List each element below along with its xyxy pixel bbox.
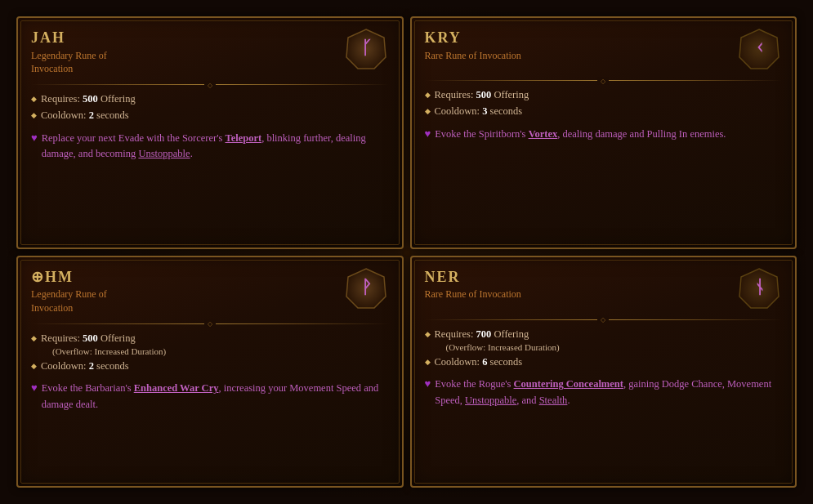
rune-card-jah: JAH Legendary Rune ofInvocation ᚴ ◆ Requ… — [16, 16, 404, 249]
stat-item: ◆ Requires: 500 Offering — [425, 87, 783, 103]
ability-keyword1: Enhanced War Cry — [134, 382, 219, 394]
stat-text: Requires: 500 Offering (Overflow: Increa… — [41, 331, 166, 358]
rune-icon: ᚲ — [736, 26, 782, 72]
ability-item: ♥ Evoke the Barbarian's Enhanced War Cry… — [31, 381, 389, 413]
stat-text: Cooldown: 3 seconds — [435, 104, 523, 119]
ability-keyword2: Unstoppable — [465, 395, 516, 406]
card-header: ⊕HM Legendary Rune ofInvocation ᚹ — [31, 269, 389, 315]
ability-text: Evoke the Spiritborn's Vortex, dealing d… — [435, 127, 726, 142]
ability-prefix: Evoke the Rogue's — [435, 378, 513, 390]
rune-name: KRY — [425, 29, 729, 47]
ability-heart-icon: ♥ — [31, 381, 38, 395]
ability-text: Evoke the Rogue's Countering Concealment… — [435, 377, 782, 408]
stat-item: ◆ Cooldown: 2 seconds — [31, 108, 389, 123]
stats-list: ◆ Requires: 500 Offering (Overflow: Incr… — [31, 331, 389, 375]
ability-keyword1: Vortex — [529, 128, 558, 140]
ability-heart-icon: ♥ — [31, 132, 38, 145]
diamond-icon: ◆ — [425, 357, 431, 368]
ability-item: ♥ Replace your next Evade with the Sorce… — [31, 131, 389, 163]
stat-item: ◆ Requires: 500 Offering (Overflow: Incr… — [31, 331, 389, 358]
rune-subtitle: Rare Rune of Invocation — [425, 49, 729, 63]
card-title-area: NER Rare Rune of Invocation — [425, 269, 729, 301]
diamond-icon: ◆ — [425, 90, 431, 101]
card-header: KRY Rare Rune of Invocation ᚲ — [425, 29, 783, 72]
stat-item: ◆ Requires: 700 Offering (Overflow: Incr… — [425, 327, 783, 354]
card-title-area: ⊕HM Legendary Rune ofInvocation — [31, 269, 335, 315]
ability-keyword1: Countering Concealment — [514, 378, 623, 390]
ability-keyword3: Stealth — [539, 395, 568, 406]
rune-name: ⊕HM — [31, 269, 335, 287]
svg-text:ᚴ: ᚴ — [360, 38, 371, 58]
stat-item: ◆ Cooldown: 6 seconds — [425, 355, 783, 370]
diamond-icon: ◆ — [31, 110, 37, 122]
ability-suffix2: . — [567, 395, 570, 406]
stat-text: Cooldown: 2 seconds — [41, 108, 129, 123]
ability-heart-icon: ♥ — [425, 377, 431, 390]
ability-keyword1: Teleport — [225, 132, 261, 144]
rune-icon: ᚴ — [343, 26, 389, 72]
rune-subtitle: Rare Rune of Invocation — [425, 288, 729, 301]
card-title-area: KRY Rare Rune of Invocation — [425, 29, 729, 62]
divider — [31, 323, 389, 324]
stat-text: Requires: 700 Offering (Overflow: Increa… — [435, 327, 560, 354]
stat-item: ◆ Cooldown: 2 seconds — [31, 359, 389, 374]
rune-name: NER — [425, 269, 729, 287]
divider — [425, 80, 783, 81]
ability-text: Evoke the Barbarian's Enhanced War Cry, … — [42, 381, 389, 413]
rune-card-ohm: ⊕HM Legendary Rune ofInvocation ᚹ ◆ Requ… — [16, 256, 404, 488]
diamond-icon: ◆ — [31, 361, 37, 372]
card-header: JAH Legendary Rune ofInvocation ᚴ — [31, 29, 389, 76]
card-title-area: JAH Legendary Rune ofInvocation — [31, 29, 335, 76]
rune-name: JAH — [31, 29, 335, 47]
rune-subtitle: Legendary Rune ofInvocation — [31, 288, 335, 315]
ability-text: Replace your next Evade with the Sorcere… — [42, 131, 389, 163]
rune-card-ner: NER Rare Rune of Invocation ᚾ ◆ Requires… — [410, 256, 797, 488]
rune-icon: ᚹ — [343, 265, 389, 311]
ability-heart-icon: ♥ — [425, 127, 431, 140]
card-header: NER Rare Rune of Invocation ᚾ — [425, 269, 783, 311]
rune-card-kry: KRY Rare Rune of Invocation ᚲ ◆ Requires… — [410, 16, 797, 249]
stat-text: Cooldown: 6 seconds — [435, 355, 523, 370]
stat-text: Cooldown: 2 seconds — [41, 359, 129, 374]
diamond-icon: ◆ — [31, 333, 37, 345]
ability-prefix: Evoke the Barbarian's — [42, 382, 134, 394]
stats-list: ◆ Requires: 700 Offering (Overflow: Incr… — [425, 327, 783, 371]
ability-prefix: Evoke the Spiritborn's — [435, 128, 528, 140]
divider — [31, 84, 389, 85]
svg-text:ᚾ: ᚾ — [754, 277, 765, 297]
svg-text:ᚲ: ᚲ — [754, 38, 765, 58]
divider — [425, 319, 783, 320]
ability-prefix: Replace your next Evade with the Sorcere… — [42, 132, 226, 144]
stat-item: ◆ Requires: 500 Offering — [31, 91, 389, 107]
stat-text: Requires: 500 Offering — [41, 91, 136, 107]
rune-icon: ᚾ — [736, 265, 782, 311]
ability-keyword2: Unstoppable — [138, 148, 190, 159]
ability-middle: , dealing damage and Pulling In enemies. — [557, 128, 726, 140]
diamond-icon: ◆ — [425, 106, 431, 118]
stat-text: Requires: 500 Offering — [435, 87, 529, 103]
diamond-icon: ◆ — [31, 94, 37, 105]
stats-list: ◆ Requires: 500 Offering ◆ Cooldown: 3 s… — [425, 87, 783, 120]
stats-list: ◆ Requires: 500 Offering ◆ Cooldown: 2 s… — [31, 91, 389, 124]
ability-suffix: . — [190, 148, 193, 159]
rune-subtitle: Legendary Rune ofInvocation — [31, 49, 335, 77]
ability-item: ♥ Evoke the Spiritborn's Vortex, dealing… — [425, 127, 783, 142]
stat-item: ◆ Cooldown: 3 seconds — [425, 104, 783, 119]
ability-suffix: , and — [516, 395, 538, 406]
ability-item: ♥ Evoke the Rogue's Countering Concealme… — [425, 377, 783, 408]
svg-text:ᚹ: ᚹ — [360, 277, 371, 297]
diamond-icon: ◆ — [425, 329, 431, 341]
